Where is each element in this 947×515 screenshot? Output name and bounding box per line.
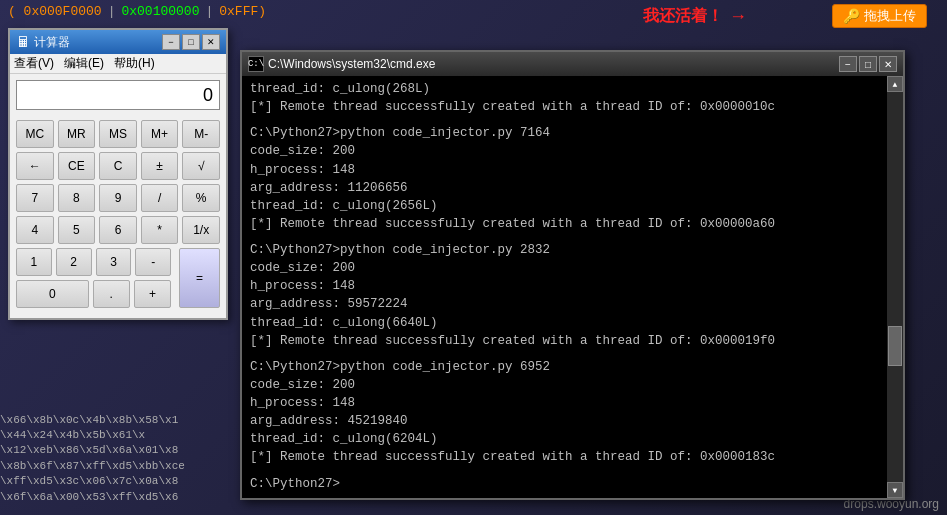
btn-7[interactable]: 7 xyxy=(16,184,54,212)
calculator-window: 🖩 计算器 − □ ✕ 查看(V) 编辑(E) 帮助(H) 0 MC MR MS… xyxy=(8,28,228,320)
cmd-line-1: thread_id: c_ulong(268L) xyxy=(250,80,879,98)
top-hex-bar: ( 0x000F0000 | 0x00100000 | 0xFFF ) xyxy=(0,0,947,22)
key-icon: 🔑 xyxy=(843,8,860,25)
cmd-titlebar: C:\ C:\Windows\system32\cmd.exe − □ ✕ xyxy=(242,52,903,76)
btn-multiply[interactable]: * xyxy=(141,216,179,244)
row2: 7 8 9 / % xyxy=(16,184,220,212)
hex-line-4: \x8b\x6f\x87\xff\xd5\xbb\xce xyxy=(0,459,240,474)
calc-icon: 🖩 xyxy=(16,34,30,50)
menu-help[interactable]: 帮助(H) xyxy=(114,55,155,72)
display-value: 0 xyxy=(203,85,213,106)
cmd-empty-4 xyxy=(250,467,879,475)
hex-line-6: \x6f\x6a\x00\x53\xff\xd5\x6 xyxy=(0,490,240,505)
cmd-line-12: arg_address: 59572224 xyxy=(250,295,879,313)
cmd-line-15: C:\Python27>python code_injector.py 6952 xyxy=(250,358,879,376)
cmd-line-4: code_size: 200 xyxy=(250,142,879,160)
btn-plusminus[interactable]: ± xyxy=(141,152,179,180)
btn-ms[interactable]: MS xyxy=(99,120,137,148)
cmd-line-18: arg_address: 45219840 xyxy=(250,412,879,430)
upload-label: 拖拽上传 xyxy=(864,7,916,25)
cmd-line-17: h_process: 148 xyxy=(250,394,879,412)
btn-divide[interactable]: / xyxy=(141,184,179,212)
calc-title: 计算器 xyxy=(34,34,158,51)
memory-row: MC MR MS M+ M- xyxy=(16,120,220,148)
btn-sqrt[interactable]: √ xyxy=(182,152,220,180)
cmd-text-area: thread_id: c_ulong(268L) [*] Remote thre… xyxy=(242,76,887,498)
btn-mc[interactable]: MC xyxy=(16,120,54,148)
cmd-line-7: thread_id: c_ulong(2656L) xyxy=(250,197,879,215)
cmd-line-5: h_process: 148 xyxy=(250,161,879,179)
btn-equals[interactable]: = xyxy=(179,248,220,308)
cmd-scrollbar[interactable]: ▲ ▼ xyxy=(887,76,903,498)
upload-button[interactable]: 🔑 拖拽上传 xyxy=(832,4,927,28)
hex-sep: | xyxy=(108,4,116,19)
calc-minimize-button[interactable]: − xyxy=(162,34,180,50)
hex-val-1: ( 0x000F0000 xyxy=(8,4,102,19)
btn-minus[interactable]: - xyxy=(135,248,171,276)
hex-line-1: \x66\x8b\x0c\x4b\x8b\x58\x1 xyxy=(0,413,240,428)
hex-sep2: | xyxy=(205,4,213,19)
cmd-line-21: C:\Python27> xyxy=(250,475,879,493)
cmd-maximize-button[interactable]: □ xyxy=(859,56,877,72)
btn-mminus[interactable]: M- xyxy=(182,120,220,148)
scroll-up-button[interactable]: ▲ xyxy=(887,76,903,92)
calculator-titlebar: 🖩 计算器 − □ ✕ xyxy=(10,30,226,54)
calc-close-button[interactable]: ✕ xyxy=(202,34,220,50)
btn-8[interactable]: 8 xyxy=(58,184,96,212)
cmd-close-button[interactable]: ✕ xyxy=(879,56,897,72)
arrow-icon: → xyxy=(729,6,747,27)
calc-maximize-button[interactable]: □ xyxy=(182,34,200,50)
annotation-text: 我还活着！ xyxy=(643,6,723,27)
btn-back[interactable]: ← xyxy=(16,152,54,180)
cmd-line-10: code_size: 200 xyxy=(250,259,879,277)
hex-line-5: \xff\xd5\x3c\x06\x7c\x0a\x8 xyxy=(0,474,240,489)
btn-plus[interactable]: + xyxy=(134,280,171,308)
scroll-track xyxy=(887,92,903,482)
cmd-minimize-button[interactable]: − xyxy=(839,56,857,72)
btn-c[interactable]: C xyxy=(99,152,137,180)
btn-ce[interactable]: CE xyxy=(58,152,96,180)
cmd-line-19: thread_id: c_ulong(6204L) xyxy=(250,430,879,448)
cmd-titlebar-buttons: − □ ✕ xyxy=(839,56,897,72)
btn-1[interactable]: 1 xyxy=(16,248,52,276)
cmd-line-6: arg_address: 11206656 xyxy=(250,179,879,197)
cmd-line-2: [*] Remote thread successfully created w… xyxy=(250,98,879,116)
btn-6[interactable]: 6 xyxy=(99,216,137,244)
btn-5[interactable]: 5 xyxy=(58,216,96,244)
row3: 4 5 6 * 1/x xyxy=(16,216,220,244)
scroll-thumb[interactable] xyxy=(888,326,902,366)
hex-scroll-area: \x66\x8b\x0c\x4b\x8b\x58\x1 \x44\x24\x4b… xyxy=(0,413,240,505)
btn-4[interactable]: 4 xyxy=(16,216,54,244)
btn-0[interactable]: 0 xyxy=(16,280,89,308)
cmd-line-11: h_process: 148 xyxy=(250,277,879,295)
btn-dot[interactable]: . xyxy=(93,280,130,308)
hex-val-4: ) xyxy=(258,4,266,19)
btn-mr[interactable]: MR xyxy=(58,120,96,148)
cmd-empty-2 xyxy=(250,233,879,241)
btn-reciprocal[interactable]: 1/x xyxy=(182,216,220,244)
cmd-empty-1 xyxy=(250,116,879,124)
menu-view[interactable]: 查看(V) xyxy=(14,55,54,72)
btn-percent[interactable]: % xyxy=(182,184,220,212)
chinese-annotation: 我还活着！ → xyxy=(643,6,747,27)
cmd-line-20: [*] Remote thread successfully created w… xyxy=(250,448,879,466)
cmd-window-icon: C:\ xyxy=(248,56,264,72)
btn-mplus[interactable]: M+ xyxy=(141,120,179,148)
cmd-line-13: thread_id: c_ulong(6640L) xyxy=(250,314,879,332)
cmd-line-8: [*] Remote thread successfully created w… xyxy=(250,215,879,233)
cmd-empty-3 xyxy=(250,350,879,358)
calculator-display: 0 xyxy=(16,80,220,110)
menu-edit[interactable]: 编辑(E) xyxy=(64,55,104,72)
row4: 1 2 3 - 0 . + = xyxy=(16,248,220,308)
hex-val-3: 0xFFF xyxy=(219,4,258,19)
cmd-line-3: C:\Python27>python code_injector.py 7164 xyxy=(250,124,879,142)
btn-2[interactable]: 2 xyxy=(56,248,92,276)
cmd-title: C:\Windows\system32\cmd.exe xyxy=(268,57,839,71)
calculator-menubar: 查看(V) 编辑(E) 帮助(H) xyxy=(10,54,226,74)
cmd-line-9: C:\Python27>python code_injector.py 2832 xyxy=(250,241,879,259)
scroll-down-button[interactable]: ▼ xyxy=(887,482,903,498)
btn-3[interactable]: 3 xyxy=(96,248,132,276)
hex-val-2: 0x00100000 xyxy=(121,4,199,19)
btn-9[interactable]: 9 xyxy=(99,184,137,212)
hex-line-3: \x12\xeb\x86\x5d\x6a\x01\x8 xyxy=(0,443,240,458)
